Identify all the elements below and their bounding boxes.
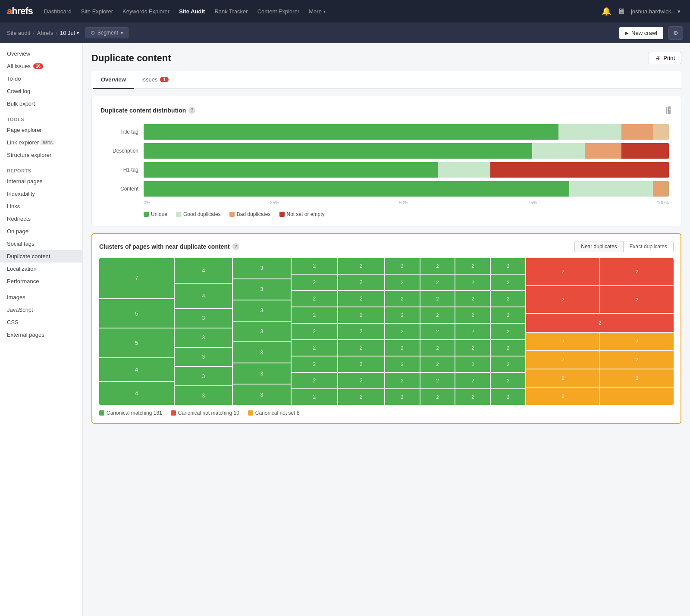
treemap-cell-2q[interactable]: 2: [338, 373, 384, 388]
sidebar-item-redirects[interactable]: Redirects: [0, 213, 82, 225]
treemap-cell-2h[interactable]: 2: [292, 373, 338, 388]
treemap-cell-2ae[interactable]: 2: [420, 307, 455, 323]
treemap-cell-2aq[interactable]: 2: [455, 356, 490, 372]
treemap-cell-2z[interactable]: 2: [385, 373, 420, 388]
treemap-cell-2ab[interactable]: 2: [420, 258, 455, 274]
treemap-cell-2f[interactable]: 2: [292, 340, 338, 356]
treemap-cell-2ar[interactable]: 2: [455, 373, 490, 388]
treemap-cell-2av[interactable]: 2: [491, 291, 525, 306]
treemap-cell-2ai[interactable]: 2: [420, 373, 455, 388]
segment-button[interactable]: ⊙ Segment ▾: [85, 27, 129, 38]
user-menu[interactable]: joshua.hardwick... ▾: [628, 6, 683, 17]
treemap-cell-2am[interactable]: 2: [455, 291, 490, 306]
treemap-cell-2au[interactable]: 2: [491, 275, 525, 290]
chart-grid-icon[interactable]: [664, 105, 672, 116]
nav-content-explorer[interactable]: Content Explorer: [253, 6, 304, 17]
treemap-cell-2i[interactable]: 2: [292, 389, 338, 405]
treemap-cell-2v[interactable]: 2: [385, 307, 420, 323]
nav-site-audit[interactable]: Site Audit: [175, 6, 209, 17]
treemap-cell-3b[interactable]: 3: [175, 328, 232, 347]
near-duplicates-button[interactable]: Near duplicates: [574, 241, 623, 252]
treemap-cell-3k[interactable]: 3: [233, 363, 290, 384]
nav-keywords-explorer[interactable]: Keywords Explorer: [118, 6, 174, 17]
nav-site-explorer[interactable]: Site Explorer: [77, 6, 117, 17]
print-button[interactable]: 🖨 Print: [649, 52, 681, 64]
treemap-cell-2aa[interactable]: 2: [385, 389, 420, 405]
treemap-cell-2a[interactable]: 2: [292, 258, 338, 274]
logo[interactable]: ahrefs: [7, 6, 33, 17]
treemap-cell-2ak[interactable]: 2: [455, 258, 490, 274]
treemap-cell-3j[interactable]: 3: [233, 342, 290, 363]
sidebar-item-social-tags[interactable]: Social tags: [0, 238, 82, 250]
sidebar-item-structure-explorer[interactable]: Structure explorer: [0, 149, 82, 161]
sidebar-item-overview[interactable]: Overview: [0, 47, 82, 60]
treemap-cell-2u[interactable]: 2: [385, 291, 420, 306]
treemap-cell-4a[interactable]: 4: [99, 358, 174, 381]
sidebar-item-performance[interactable]: Performance: [0, 275, 82, 288]
chart-help-icon[interactable]: ?: [188, 107, 195, 114]
treemap-cell-2g[interactable]: 2: [292, 356, 338, 372]
treemap-cell-2k[interactable]: 2: [338, 275, 384, 290]
nav-rank-tracker[interactable]: Rank Tracker: [210, 6, 252, 17]
nav-dashboard[interactable]: Dashboard: [40, 6, 76, 17]
treemap-cell-2t[interactable]: 2: [385, 275, 420, 290]
treemap-cell-2at[interactable]: 2: [491, 258, 525, 274]
treemap-cell-orange-2b[interactable]: 2: [526, 351, 599, 368]
treemap-cell-2ay[interactable]: 2: [491, 340, 525, 356]
treemap-cell-2w[interactable]: 2: [385, 324, 420, 339]
sidebar-item-external-pages[interactable]: External pages: [0, 328, 82, 341]
treemap-cell-2ad[interactable]: 2: [420, 291, 455, 306]
sidebar-item-css[interactable]: CSS: [0, 316, 82, 328]
treemap-cell-2o[interactable]: 2: [338, 340, 384, 356]
treemap-cell-3g[interactable]: 3: [233, 279, 290, 300]
sidebar-item-indexability[interactable]: Indexability: [0, 188, 82, 200]
sidebar-item-crawl-log[interactable]: Crawl log: [0, 85, 82, 97]
treemap-cell-orange-2a[interactable]: 2: [526, 333, 599, 350]
sidebar-item-todo[interactable]: To-do: [0, 72, 82, 85]
sidebar-item-internal-pages[interactable]: Internal pages: [0, 175, 82, 188]
treemap-cell-2bb[interactable]: 2: [491, 389, 525, 405]
tab-overview[interactable]: Overview: [93, 71, 134, 89]
sidebar-item-link-explorer[interactable]: Link explorer BETA: [0, 136, 82, 149]
treemap-cell-4b[interactable]: 4: [99, 382, 174, 405]
treemap-cell-red-2e[interactable]: 2: [526, 314, 674, 332]
treemap-cell-2y[interactable]: 2: [385, 356, 420, 372]
notification-icon[interactable]: 🔔: [599, 4, 614, 19]
treemap-cell-2j[interactable]: 2: [338, 258, 384, 274]
treemap-cell-orange-2d[interactable]: 2: [526, 388, 599, 405]
sidebar-item-bulk-export[interactable]: Bulk export: [0, 97, 82, 110]
treemap-cell-3c[interactable]: 3: [175, 348, 232, 366]
sidebar-item-all-issues[interactable]: All issues 16: [0, 60, 82, 72]
sidebar-item-javascript[interactable]: JavaScript: [0, 303, 82, 316]
treemap-cell-2d[interactable]: 2: [292, 307, 338, 323]
monitor-icon[interactable]: 🖥: [615, 4, 627, 19]
nav-more[interactable]: More ▾: [304, 6, 330, 17]
treemap-cell-red-2d[interactable]: 2: [600, 286, 674, 313]
treemap-cell-4c[interactable]: 4: [175, 258, 232, 283]
treemap-cell-5a[interactable]: 5: [99, 299, 174, 328]
treemap-cell-7a[interactable]: 7: [99, 258, 174, 298]
treemap-cell-2af[interactable]: 2: [420, 324, 455, 339]
treemap-cell-2ag[interactable]: 2: [420, 340, 455, 356]
sidebar-item-links[interactable]: Links: [0, 200, 82, 213]
treemap-cell-2c[interactable]: 2: [292, 291, 338, 306]
treemap-cell-2aj[interactable]: 2: [420, 389, 455, 405]
sidebar-item-images[interactable]: Images: [0, 291, 82, 303]
sidebar-item-localization[interactable]: Localization: [0, 263, 82, 275]
treemap-cell-orange-2f[interactable]: 2: [600, 351, 674, 368]
treemap-cell-orange-2c[interactable]: 2: [526, 369, 599, 387]
treemap-cell-red-2b[interactable]: 2: [600, 258, 674, 285]
treemap-cell-red-2a[interactable]: 2: [526, 258, 599, 285]
treemap-cell-3l[interactable]: 3: [233, 385, 290, 405]
new-crawl-button[interactable]: ▶ New crawl: [619, 27, 663, 39]
treemap-cell-2e[interactable]: 2: [292, 324, 338, 339]
treemap-cell-2an[interactable]: 2: [455, 307, 490, 323]
treemap-cell-2x[interactable]: 2: [385, 340, 420, 356]
treemap-cell-3e[interactable]: 3: [175, 386, 232, 405]
sidebar-item-duplicate-content[interactable]: Duplicate content: [0, 250, 82, 263]
tab-issues[interactable]: Issues 1: [134, 71, 176, 89]
treemap-cell-2ax[interactable]: 2: [491, 324, 525, 339]
bar-track-h1-tag[interactable]: [144, 162, 669, 178]
treemap-cell-3i[interactable]: 3: [233, 322, 290, 342]
treemap-cell-2b[interactable]: 2: [292, 275, 338, 290]
